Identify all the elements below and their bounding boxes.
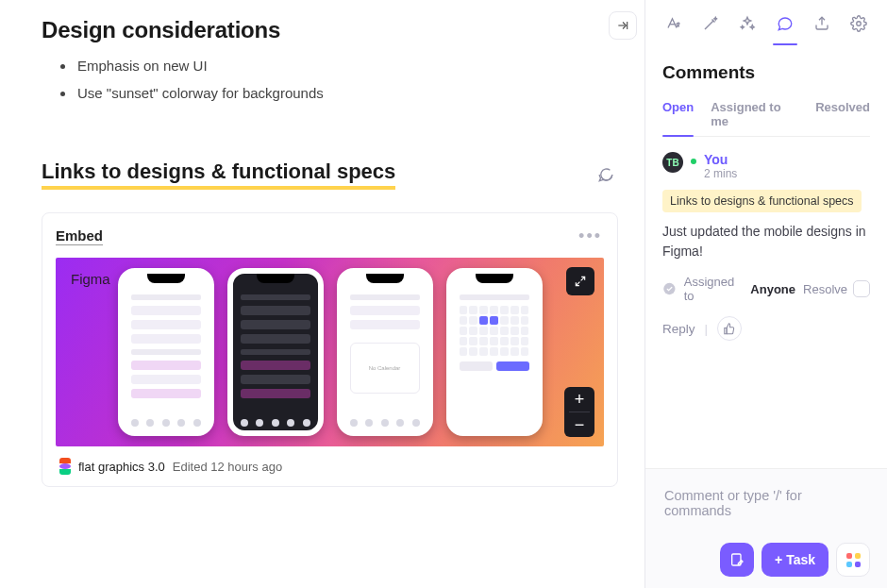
resolve-checkbox[interactable] xyxy=(853,280,870,297)
assigned-label: Assigned to xyxy=(684,275,744,303)
collapse-right-icon xyxy=(616,19,629,32)
svg-point-1 xyxy=(663,283,675,294)
bullet-list: Emphasis on new UI Use "sunset" colorway… xyxy=(42,53,618,107)
tab-open[interactable]: Open xyxy=(662,100,694,136)
resolve-control[interactable]: Resolve xyxy=(803,280,870,297)
svg-point-0 xyxy=(857,22,862,26)
avatar[interactable]: TB xyxy=(662,152,683,173)
embed-label[interactable]: Embed xyxy=(56,227,103,245)
preview-phone xyxy=(118,268,214,436)
list-item: Emphasis on new UI xyxy=(75,53,618,80)
tool-share[interactable] xyxy=(806,8,838,40)
preview-phone xyxy=(227,268,324,436)
gear-icon xyxy=(850,15,867,32)
text-style-icon xyxy=(665,15,682,32)
wand-icon xyxy=(702,15,719,32)
figma-logo: Figma xyxy=(71,271,110,287)
figma-preview[interactable]: Figma xyxy=(56,258,604,446)
task-button-label: + Task xyxy=(775,552,815,567)
tool-ai-assist[interactable] xyxy=(695,8,727,40)
share-icon xyxy=(813,15,830,32)
embed-file-name[interactable]: flat graphics 3.0 xyxy=(78,460,165,474)
comments-icon xyxy=(777,15,794,32)
presence-indicator xyxy=(691,159,696,164)
sidebar-toolbar xyxy=(645,0,887,45)
check-circle-icon xyxy=(662,281,677,296)
comments-sidebar: Comments Open Assigned to me Resolved TB… xyxy=(645,0,887,588)
thumbs-up-icon xyxy=(723,322,736,335)
zoom-controls: + − xyxy=(564,387,594,437)
figma-icon xyxy=(59,458,71,475)
comment-reference-chip[interactable]: Links to designs & functional specs xyxy=(662,190,862,212)
preview-phone xyxy=(446,268,543,436)
expand-icon xyxy=(574,275,587,288)
sparkles-icon xyxy=(739,15,756,32)
comment-input[interactable]: Comment or type '/' for commands xyxy=(662,484,870,543)
new-doc-button[interactable] xyxy=(720,543,754,577)
collapse-sidebar-button[interactable] xyxy=(609,11,637,40)
apps-button[interactable] xyxy=(836,543,870,577)
apps-grid-icon xyxy=(846,553,861,567)
reply-button[interactable]: Reply xyxy=(662,322,695,336)
embed-edited-label: Edited 12 hours ago xyxy=(173,460,282,474)
tool-comments[interactable] xyxy=(769,8,801,40)
doc-heading-2: Links to designs & functional specs xyxy=(42,160,395,190)
svg-rect-2 xyxy=(732,554,741,565)
comment-composer: Comment or type '/' for commands + Task xyxy=(645,468,887,588)
list-item: Use "sunset" colorway for backgrounds xyxy=(75,80,618,108)
assigned-to-value[interactable]: Anyone xyxy=(750,282,795,296)
document-main: Design considerations Emphasis on new UI… xyxy=(0,0,644,588)
comment-time: 2 mins xyxy=(704,167,737,180)
tool-settings[interactable] xyxy=(843,8,875,40)
tool-sparkles[interactable] xyxy=(731,8,763,40)
preview-phone: No Calendar xyxy=(337,268,433,436)
comment-author[interactable]: You xyxy=(704,152,737,167)
new-task-button[interactable]: + Task xyxy=(761,543,828,577)
sidebar-title: Comments xyxy=(662,62,870,83)
resolve-label: Resolve xyxy=(803,282,847,296)
embed-more-button[interactable]: ••• xyxy=(577,227,604,246)
comments-tabs: Open Assigned to me Resolved xyxy=(662,100,870,137)
expand-button[interactable] xyxy=(566,267,594,295)
comment-icon xyxy=(597,166,614,183)
comment-item: TB You 2 mins Links to designs & functio… xyxy=(662,152,870,341)
react-button[interactable] xyxy=(717,316,742,341)
doc-pencil-icon xyxy=(729,552,745,567)
embed-card: Embed ••• Figma xyxy=(42,212,618,487)
zoom-out-button[interactable]: − xyxy=(564,412,594,437)
doc-heading-1: Design considerations xyxy=(42,17,618,43)
zoom-in-button[interactable]: + xyxy=(564,387,594,412)
tab-resolved[interactable]: Resolved xyxy=(815,100,870,136)
section-comment-button[interactable] xyxy=(594,162,618,187)
comment-body: Just updated the mobile designs in Figma… xyxy=(662,222,870,261)
tool-text-style[interactable] xyxy=(658,8,690,40)
tab-assigned-to-me[interactable]: Assigned to me xyxy=(711,100,798,136)
